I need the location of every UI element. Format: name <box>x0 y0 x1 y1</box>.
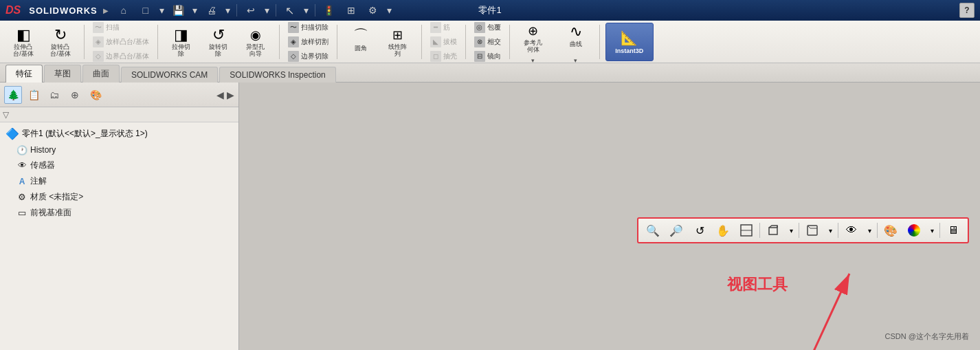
linear-pattern-icon: ⊞ <box>388 26 408 44</box>
new-button[interactable]: □ <box>136 2 155 19</box>
ribbon-sep5 <box>421 25 422 59</box>
sensor-label: 传感器 <box>30 160 55 171</box>
cut-small-group: 〜 扫描切除 ◈ 放样切割 ◇ 边界切除 <box>285 21 331 63</box>
loft-boss-button[interactable]: ◈ 放样凸台/基体 <box>90 35 152 49</box>
pointer-button[interactable]: ↖ <box>280 2 300 19</box>
ribbon-toolbar: ◧ 拉伸凸台/基体 ↻ 旋转凸台/基体 〜 扫描 ◈ 放样凸台/基体 ◇ 边界凸… <box>0 21 980 63</box>
pointer-dropdown[interactable]: ▾ <box>302 2 311 19</box>
view-dropdown2-button[interactable]: ▾ <box>825 221 835 240</box>
save-dropdown[interactable]: ▾ <box>191 2 199 19</box>
solidworks-logo: DS SOLIDWORKS <box>5 4 98 17</box>
fillet-button[interactable]: ⌒ 圆角 <box>343 24 379 60</box>
undo-dropdown[interactable]: ▾ <box>263 2 271 19</box>
front-plane-item[interactable]: ▭ 前视基准面 <box>0 205 238 221</box>
view-dropdown1-button[interactable]: ▾ <box>786 221 796 240</box>
boundary-cut-button[interactable]: ◇ 边界切除 <box>285 50 331 63</box>
ribbon-group-sweep: 〜 扫描 ◈ 放样凸台/基体 ◇ 边界凸台/基体 <box>87 19 155 65</box>
instant3d-icon: 📐 <box>621 30 638 46</box>
property-manager-button[interactable]: 📋 <box>25 86 43 104</box>
wrap-icon: ◎ <box>474 22 485 33</box>
help-button[interactable]: ? <box>959 3 975 18</box>
hole-wizard-button[interactable]: ◉ 异型孔向导 <box>238 24 274 60</box>
revolve-boss-button[interactable]: ↻ 旋转凸台/基体 <box>43 24 78 60</box>
tab-sw-cam[interactable]: SOLIDWORKS CAM <box>121 67 218 83</box>
title-bar-arrow: ▶ <box>103 7 109 14</box>
ref-geometry-dropdown[interactable]: ▾ <box>531 57 535 64</box>
grid-button[interactable]: ⊞ <box>342 2 361 19</box>
sep3 <box>315 4 315 17</box>
revolve-cut-button[interactable]: ↺ 旋转切除 <box>201 24 236 60</box>
intersect-button[interactable]: ⊗ 相交 <box>471 35 504 49</box>
save-button[interactable]: 💾 <box>169 2 188 19</box>
loft-cut-button[interactable]: ◈ 放样切割 <box>285 35 331 49</box>
root-part-item[interactable]: 🔷 零件1 (默认<<默认>_显示状态 1>) <box>0 125 238 142</box>
config-manager-button[interactable]: 🗂 <box>45 86 63 104</box>
linear-pattern-label: 线性阵列 <box>388 44 407 58</box>
sensor-item[interactable]: 👁 传感器 <box>0 157 238 173</box>
tab-surface[interactable]: 曲面 <box>82 65 120 83</box>
dimxpert-button[interactable]: ⊕ <box>66 86 84 104</box>
home-button[interactable]: ⌂ <box>114 2 133 19</box>
sweep-cut-button[interactable]: 〜 扫描切除 <box>285 21 331 34</box>
new-dropdown[interactable]: ▾ <box>158 2 166 19</box>
shell-button[interactable]: ◻ 抽壳 <box>427 50 460 63</box>
settings-dropdown[interactable]: ▾ <box>386 2 394 19</box>
hide-show-button[interactable]: 👁 <box>841 221 862 240</box>
print-button[interactable]: 🖨 <box>202 2 221 19</box>
boundary-boss-button[interactable]: ◇ 边界凸台/基体 <box>90 50 152 63</box>
orientation-button[interactable] <box>802 221 823 240</box>
3d-view-button[interactable] <box>763 221 783 240</box>
wrap-button[interactable]: ◎ 包覆 <box>471 21 504 34</box>
feature-manager-button[interactable]: 🌲 <box>4 86 22 104</box>
curve-dropdown[interactable]: ▾ <box>574 57 577 64</box>
scenes-button[interactable] <box>904 221 924 240</box>
wrap-label: 包覆 <box>487 23 501 32</box>
print-dropdown[interactable]: ▾ <box>224 2 232 19</box>
undo-button[interactable]: ↩ <box>241 2 260 19</box>
fillet-label: 圆角 <box>355 45 367 52</box>
view-toolbar: 🔍 🔎 ↺ ✋ ▾ <box>637 217 969 243</box>
linear-pattern-button[interactable]: ⊞ 线性阵列 <box>380 24 416 60</box>
zoom-in-button[interactable]: 🔎 <box>666 221 687 240</box>
view-dropdown3-button[interactable]: ▾ <box>865 221 874 240</box>
view-dropdown4-button[interactable]: ▾ <box>927 221 937 240</box>
pan-button[interactable]: ✋ <box>713 221 733 240</box>
extrude-cut-button[interactable]: ◨ 拉伸切除 <box>164 24 199 60</box>
extrude-boss-button[interactable]: ◧ 拉伸凸台/基体 <box>5 24 41 60</box>
tab-features[interactable]: 特征 <box>5 65 43 83</box>
traffic-button[interactable]: 🚦 <box>320 2 339 19</box>
ref-geometry-label: 参考几何体 <box>524 40 542 54</box>
draft-button[interactable]: ◣ 拔模 <box>427 35 460 49</box>
tab-sketch[interactable]: 草图 <box>44 65 81 83</box>
root-label: 零件1 (默认<<默认>_显示状态 1>) <box>22 128 148 140</box>
sweep-button[interactable]: 〜 扫描 <box>90 21 152 34</box>
zoom-to-fit-button[interactable]: 🔍 <box>643 221 663 240</box>
revolve-cut-label: 旋转切除 <box>209 44 227 58</box>
rib-button[interactable]: ━ 筋 <box>427 21 460 34</box>
history-item[interactable]: 🕐 History <box>0 142 238 157</box>
appearances-button[interactable]: 🎨 <box>880 221 901 240</box>
rotate-button[interactable]: ↺ <box>689 221 710 240</box>
filter-bar: ▽ <box>0 107 238 122</box>
ribbon-sep6 <box>465 25 466 59</box>
view-sep3 <box>838 223 838 238</box>
view-toolbar-label: 视图工具 <box>727 276 788 293</box>
color-manager-button[interactable]: 🎨 <box>87 86 104 104</box>
panel-expand[interactable]: ◀ ▶ <box>216 89 234 100</box>
display-settings-button[interactable]: 🖥 <box>943 221 964 240</box>
scenes-icon <box>908 224 920 237</box>
tab-sw-inspection[interactable]: SOLIDWORKS Inspection <box>219 67 335 83</box>
main-area: 🌲 📋 🗂 ⊕ 🎨 ◀ ▶ ▽ 🔷 零件1 (默认<<默认>_显示状态 1>) … <box>0 83 980 350</box>
mirror-button[interactable]: ⊟ 镜向 <box>471 50 504 63</box>
curve-button[interactable]: ∿ 曲线 <box>558 20 594 56</box>
hole-wizard-icon: ◉ <box>246 26 265 44</box>
settings-button[interactable]: ⚙ <box>364 2 383 19</box>
ribbon-group-instant3d: 📐 Instant3D <box>603 21 656 63</box>
ref-geometry-button[interactable]: ⊕ 参考几何体 <box>515 20 551 56</box>
annotation-item[interactable]: A 注解 <box>0 173 238 189</box>
instant3d-button[interactable]: 📐 Instant3D <box>605 23 654 61</box>
revolve-boss-label: 旋转凸台/基体 <box>50 44 71 58</box>
material-item[interactable]: ⚙ 材质 <未指定> <box>0 189 238 205</box>
view-sep5 <box>939 223 940 238</box>
section-view-button[interactable] <box>736 221 757 240</box>
